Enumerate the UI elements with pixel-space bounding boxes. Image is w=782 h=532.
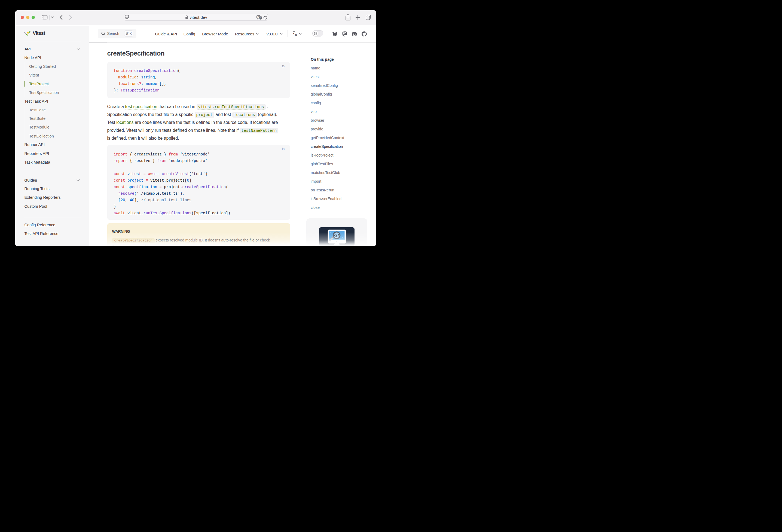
svg-text:x: x [293, 32, 294, 35]
svg-text:A: A [295, 33, 297, 36]
svg-text:文: 文 [259, 16, 261, 19]
